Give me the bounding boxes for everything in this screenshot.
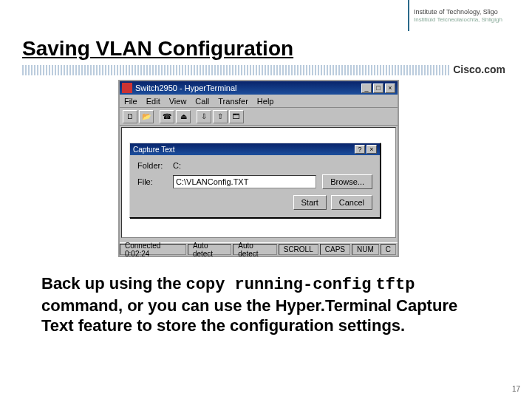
cisco-branding: Cisco.com [450,62,508,77]
body-code1: copy running-config [186,276,372,294]
maximize-button[interactable]: □ [373,83,383,93]
menu-edit[interactable]: Edit [142,97,165,106]
page-number: 17 [512,385,520,393]
capture-text-dialog: Capture Text ? × Folder: C: File: Browse… [129,143,381,218]
status-caps: CAPS [320,244,350,255]
receive-icon[interactable]: ⇧ [213,110,228,123]
logo-divider [408,0,409,31]
connect-icon[interactable]: ☎ [160,110,174,123]
start-button[interactable]: Start [293,195,327,210]
status-detect2: Auto detect [233,244,276,255]
window-title: Switch2950 - HyperTerminal [135,83,361,92]
properties-icon[interactable]: 🗔 [229,110,244,123]
institution-name: Institute of Technology, Sligo [414,8,502,16]
browse-button[interactable]: Browse... [322,174,372,189]
disconnect-icon[interactable]: ⏏ [176,110,191,123]
menu-call[interactable]: Call [191,97,214,106]
status-bar: Connected 0:02:24 Auto detect Auto detec… [120,242,398,256]
open-icon[interactable]: 📂 [139,110,154,123]
app-icon [122,83,132,93]
menu-help[interactable]: Help [253,97,279,106]
body-post: command, or you can use the Hyper.Termin… [41,296,457,335]
slide-body: Back up using the copy running-config tf… [41,273,485,336]
file-label: File: [137,177,167,186]
institution-text: Institute of Technology, Sligo Institiúi… [414,8,502,23]
status-connected: Connected 0:02:24 [120,244,186,255]
decorative-bar [22,65,510,75]
new-icon[interactable]: 🗋 [123,110,137,123]
menu-view[interactable]: View [165,97,191,106]
folder-value: C: [173,161,181,170]
dialog-body: Folder: C: File: Browse... Start Cancel [130,155,380,217]
dialog-title: Capture Text [133,146,175,154]
close-button[interactable]: × [385,83,395,93]
file-row: File: Browse... [137,174,372,189]
dialog-close-button[interactable]: × [366,145,377,154]
folder-row: Folder: C: [137,161,372,170]
window-controls: _ □ × [361,83,395,93]
window-title-bar[interactable]: Switch2950 - HyperTerminal _ □ × [120,81,398,95]
send-icon[interactable]: ⇩ [197,110,211,123]
dialog-buttons: Start Cancel [137,195,372,210]
status-detect1: Auto detect [188,244,231,255]
institution-logo: Institute of Technology, Sligo Institiúi… [408,0,502,31]
body-code2: tftp [376,276,415,294]
toolbar: 🗋 📂 ☎ ⏏ ⇩ ⇧ 🗔 [120,108,398,126]
dialog-help-button[interactable]: ? [355,145,365,154]
cancel-button[interactable]: Cancel [331,195,372,210]
dialog-title-bar[interactable]: Capture Text ? × [130,143,380,155]
hyperterminal-window: Switch2950 - HyperTerminal _ □ × File Ed… [118,80,399,257]
status-scroll: SCROLL [279,244,318,255]
terminal-content: Capture Text ? × Folder: C: File: Browse… [121,127,396,238]
menu-transfer[interactable]: Transfer [214,97,253,106]
folder-label: Folder: [137,161,167,170]
status-num: NUM [352,244,379,255]
file-input[interactable] [173,175,316,188]
minimize-button[interactable]: _ [361,83,372,93]
menu-bar: File Edit View Call Transfer Help [120,95,398,108]
menu-file[interactable]: File [120,97,142,106]
institution-subtitle: Institiúid Teicneolaíochta, Shligigh [414,16,502,24]
slide-title: Saving VLAN Configuration [22,37,293,61]
status-c: C [381,244,396,255]
body-pre: Back up using the [41,274,186,293]
